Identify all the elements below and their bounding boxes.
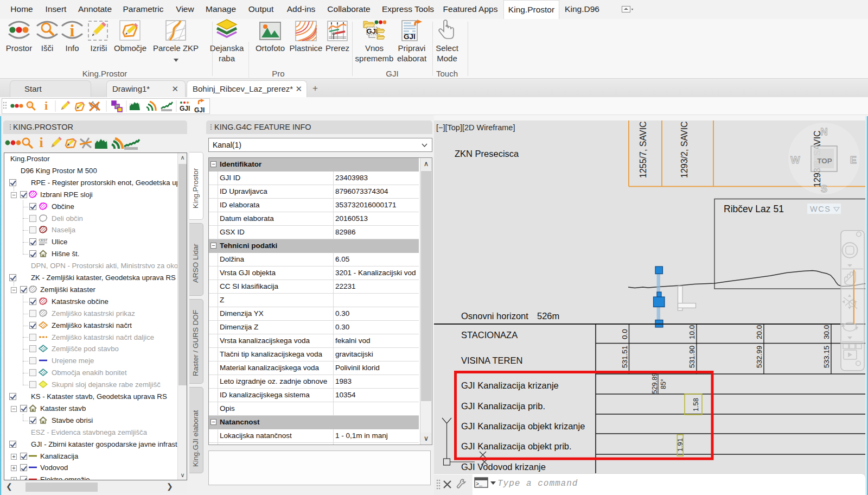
svg-text:W: W bbox=[790, 154, 800, 166]
svg-text:GJI Kanalizacija objekt prib.: GJI Kanalizacija objekt prib. bbox=[461, 441, 572, 451]
svg-text:GJI: GJI bbox=[194, 106, 205, 114]
svg-text:ZKN Presecisca: ZKN Presecisca bbox=[455, 149, 519, 158]
svg-text:E: E bbox=[850, 154, 857, 166]
svg-text:GJI Vodovod krizanje: GJI Vodovod krizanje bbox=[461, 462, 546, 472]
svg-text:1.58: 1.58 bbox=[692, 398, 700, 411]
svg-text:20.0: 20.0 bbox=[755, 325, 763, 339]
svg-text:Osnovni horizont: Osnovni horizont bbox=[461, 311, 528, 321]
svg-text:GJI: GJI bbox=[404, 33, 416, 41]
svg-text:0.0: 0.0 bbox=[621, 329, 629, 339]
svg-text:GJI: GJI bbox=[180, 105, 190, 112]
svg-text:85°: 85° bbox=[660, 379, 667, 389]
svg-text:GJI Kanalizacija prib.: GJI Kanalizacija prib. bbox=[461, 401, 545, 411]
svg-text:TOP: TOP bbox=[817, 157, 832, 165]
svg-text:WCS: WCS bbox=[810, 205, 831, 213]
svg-text:GJI: GJI bbox=[367, 27, 378, 35]
svg-text:>_: >_ bbox=[476, 481, 483, 487]
svg-text:i: i bbox=[44, 99, 48, 112]
svg-text:531.90: 531.90 bbox=[688, 346, 696, 368]
svg-text:531.51: 531.51 bbox=[621, 346, 629, 368]
svg-text:1255/7, SAVIC: 1255/7, SAVIC bbox=[639, 121, 648, 178]
svg-text:533.15: 533.15 bbox=[822, 346, 831, 368]
svg-text:Ribčev Laz 51: Ribčev Laz 51 bbox=[724, 204, 784, 214]
svg-text:30.0: 30.0 bbox=[822, 325, 831, 339]
svg-text:529.89: 529.89 bbox=[651, 373, 659, 394]
svg-text:[−][Top][2D Wireframe]: [−][Top][2D Wireframe] bbox=[436, 123, 515, 132]
svg-text:VISINA TEREN: VISINA TEREN bbox=[461, 356, 522, 365]
svg-text:526m: 526m bbox=[537, 311, 559, 321]
svg-text:GJI Kanalizacija objekt krizan: GJI Kanalizacija objekt krizanje bbox=[461, 421, 585, 431]
svg-text:532.99: 532.99 bbox=[755, 346, 763, 368]
svg-text:GJI Kanalizacija krizanje: GJI Kanalizacija krizanje bbox=[461, 380, 559, 390]
svg-text:i: i bbox=[70, 21, 75, 40]
svg-text:i: i bbox=[39, 135, 43, 150]
svg-text:1293/2, SAVIC: 1293/2, SAVIC bbox=[680, 121, 689, 178]
svg-text:STACIONAZA: STACIONAZA bbox=[461, 330, 518, 340]
svg-text:10.0: 10.0 bbox=[688, 325, 696, 339]
